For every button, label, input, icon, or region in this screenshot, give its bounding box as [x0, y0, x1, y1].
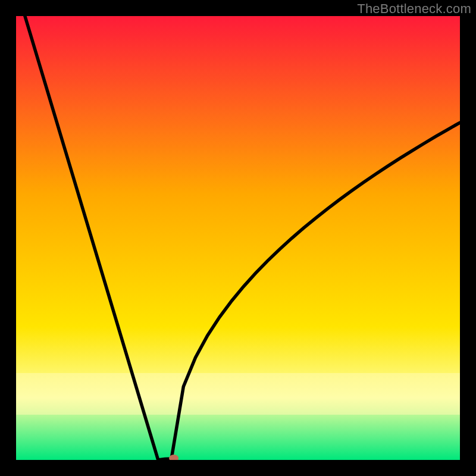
chart-plot-area	[16, 16, 460, 460]
outer-frame: TheBottleneck.com	[0, 0, 476, 476]
chart-svg	[16, 16, 460, 460]
watermark-text: TheBottleneck.com	[357, 1, 471, 17]
light-band	[16, 373, 460, 415]
